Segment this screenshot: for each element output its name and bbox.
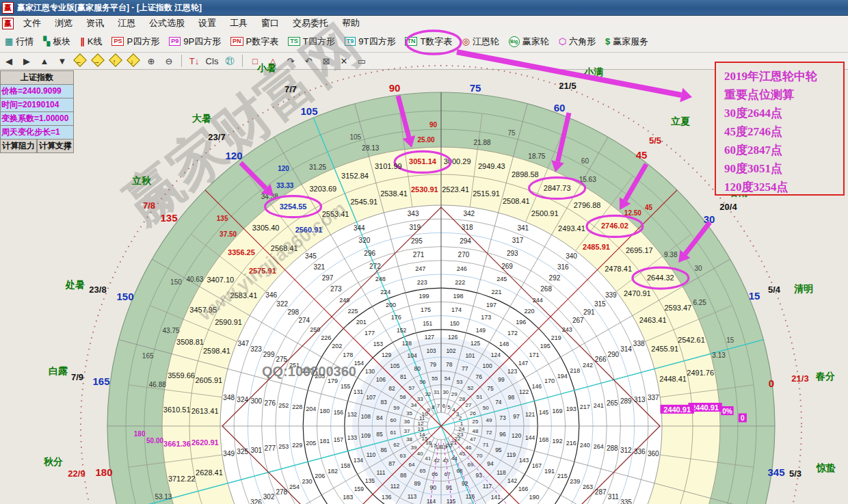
spiral-number: 44 bbox=[451, 455, 458, 462]
date-label-22/9: 22/9 bbox=[68, 468, 85, 479]
spiral-number: 299 bbox=[263, 351, 275, 358]
date-label-21/5: 21/5 bbox=[559, 81, 576, 91]
price-ring-inner-label-hl: 2440.91 bbox=[660, 405, 693, 414]
spiral-number: 336 bbox=[634, 448, 646, 455]
spiral-number: 222 bbox=[455, 279, 465, 286]
spiral-number: 72 bbox=[486, 429, 492, 436]
spiral-number: 131 bbox=[354, 388, 363, 395]
spiral-number: 193 bbox=[566, 406, 577, 412]
spiral-number: 49 bbox=[486, 417, 492, 423]
spiral-number: 91 bbox=[446, 484, 453, 491]
spiral-number: 151 bbox=[423, 320, 432, 327]
spiral-number: 312 bbox=[620, 447, 632, 454]
spiral-number: 320 bbox=[359, 237, 371, 244]
spiral-number: 62 bbox=[393, 442, 399, 448]
solar-term-小暑: 小暑 bbox=[257, 62, 276, 75]
spiral-number: 241 bbox=[594, 402, 604, 409]
price-ring-outer-label: 3661.36 bbox=[163, 440, 191, 448]
spiral-number: 96 bbox=[499, 431, 506, 438]
price-ring-inner-label: 2463.41 bbox=[639, 316, 667, 324]
degree-label-150: 150 bbox=[116, 291, 133, 302]
spiral-number: 93 bbox=[476, 472, 483, 479]
spiral-number: 113 bbox=[408, 493, 417, 500]
spiral-number: 273 bbox=[330, 285, 342, 293]
solar-term-处暑: 处暑 bbox=[66, 279, 85, 291]
spiral-number: 87 bbox=[388, 460, 395, 467]
percent-ring-label: 33.33 bbox=[276, 182, 293, 189]
spiral-number: 100 bbox=[482, 362, 492, 369]
spiral-number: 75 bbox=[487, 385, 494, 392]
spiral-number: 30 bbox=[442, 389, 449, 395]
spiral-number: 324 bbox=[237, 396, 248, 403]
spiral-number: 104 bbox=[407, 352, 416, 359]
calc-resistance-button[interactable]: 计算阻力 bbox=[0, 140, 37, 153]
price-ring-inner-label: 2478.41 bbox=[605, 265, 632, 273]
spiral-number: 224 bbox=[380, 289, 390, 295]
spiral-number: 58 bbox=[400, 394, 406, 400]
spiral-number: 266 bbox=[595, 356, 607, 363]
degree-ring-label: 45 bbox=[645, 204, 653, 211]
price-ring-outer-label: 2847.73 bbox=[544, 184, 571, 192]
spiral-number: 90 bbox=[429, 484, 436, 491]
svg-text:2440.91: 2440.91 bbox=[691, 403, 719, 412]
price-ring-inner-label: 2508.41 bbox=[503, 197, 530, 205]
spiral-number: 180 bbox=[319, 408, 330, 414]
spiral-number: 176 bbox=[391, 314, 401, 321]
degree-ring-label: 165 bbox=[142, 352, 154, 360]
spiral-number: 173 bbox=[481, 314, 491, 321]
svg-text:0%: 0% bbox=[722, 408, 732, 415]
spiral-number: 223 bbox=[417, 279, 427, 286]
price-ring-outer-label: 2695.17 bbox=[626, 246, 653, 254]
degree-label-60: 60 bbox=[554, 102, 566, 114]
degree-label-30: 30 bbox=[704, 213, 715, 225]
spiral-number: 118 bbox=[496, 469, 506, 476]
spiral-number: 311 bbox=[608, 493, 619, 501]
degree-ring-label-hl: 0 bbox=[739, 413, 747, 422]
price-ring-outer-label: 3152.84 bbox=[341, 172, 369, 180]
solar-term-秋分: 秋分 bbox=[44, 456, 63, 468]
spiral-number: 148 bbox=[499, 341, 509, 347]
price-ring-outer-label: 2644.32 bbox=[647, 274, 674, 282]
spiral-number: 263 bbox=[583, 483, 593, 490]
percent-ring-label: 43.75 bbox=[163, 327, 180, 334]
spiral-number: 65 bbox=[420, 468, 426, 474]
spiral-number: 25 bbox=[473, 419, 479, 425]
spiral-number: 63 bbox=[400, 453, 406, 459]
spiral-number: 317 bbox=[512, 237, 524, 244]
percent-ring-label: 6.25 bbox=[693, 299, 706, 306]
spiral-number: 122 bbox=[519, 388, 529, 395]
spiral-number: 168 bbox=[539, 436, 548, 443]
spiral-number: 43 bbox=[442, 457, 449, 464]
spiral-number: 135 bbox=[365, 477, 375, 484]
price-ring-inner-label: 2530.91 bbox=[411, 185, 438, 194]
spiral-number: 84 bbox=[376, 414, 383, 421]
spiral-number: 144 bbox=[525, 434, 535, 441]
price-ring-outer-label: 3559.66 bbox=[168, 371, 195, 380]
spiral-number: 229 bbox=[292, 442, 302, 449]
spiral-number: 228 bbox=[292, 403, 302, 410]
spiral-number: 66 bbox=[432, 471, 438, 477]
spiral-number: 243 bbox=[562, 326, 572, 333]
solar-term-大暑: 大暑 bbox=[192, 113, 211, 125]
calc-support-button[interactable]: 计算支撑 bbox=[37, 140, 74, 153]
spiral-number: 155 bbox=[341, 383, 350, 390]
spiral-number: 175 bbox=[421, 306, 431, 313]
spiral-number: 127 bbox=[425, 334, 434, 341]
spiral-number: 29 bbox=[451, 391, 458, 397]
price-ring-inner-label: 2620.91 bbox=[191, 438, 219, 447]
spiral-number: 124 bbox=[491, 352, 501, 358]
spiral-number: 83 bbox=[380, 399, 387, 406]
degree-label-180: 180 bbox=[95, 466, 112, 478]
spiral-number: 253 bbox=[278, 443, 289, 450]
spiral-number: 169 bbox=[553, 408, 563, 414]
degree-ring-label: 75 bbox=[507, 129, 516, 137]
spiral-number: 326 bbox=[250, 499, 262, 504]
spiral-number: 340 bbox=[566, 252, 577, 260]
price-ring-inner-label: 2523.41 bbox=[442, 185, 469, 194]
spiral-number: 242 bbox=[583, 362, 593, 369]
spiral-number: 219 bbox=[551, 334, 561, 341]
spiral-number: 133 bbox=[347, 434, 357, 441]
spiral-number: 41 bbox=[425, 455, 431, 462]
spiral-number: 157 bbox=[334, 436, 343, 443]
spiral-number: 274 bbox=[298, 317, 310, 324]
